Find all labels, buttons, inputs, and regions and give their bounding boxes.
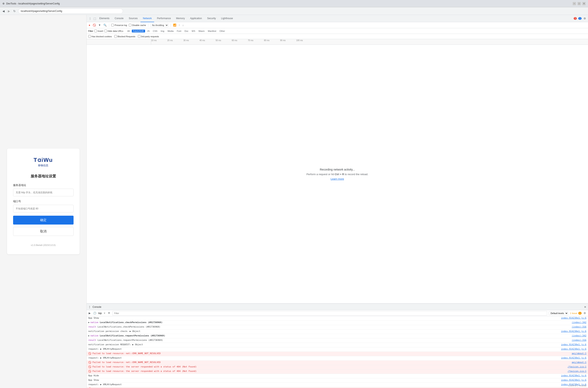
blocked-cookies-label: Has blocked cookies — [92, 35, 112, 38]
hide-data-urls-label: Hide data URLs — [108, 30, 123, 32]
filter-manifest[interactable]: Manifest — [207, 30, 218, 32]
toolbar-separator-2 — [148, 24, 148, 27]
confirm-button[interactable]: 确定 — [13, 216, 73, 224]
wifi-icon[interactable]: 📶 — [173, 23, 177, 27]
disable-cache-input[interactable] — [129, 24, 131, 26]
console-filter-input[interactable] — [113, 311, 547, 315]
cancel-button[interactable]: 取消 — [13, 227, 73, 236]
mark-100ms: 100 ms — [296, 39, 303, 42]
tab-elements[interactable]: Elements — [97, 15, 112, 22]
log-entry-app-hide: App Hide index-914230e1.js:6 — [87, 374, 588, 378]
console-settings-button[interactable]: ⚙ — [583, 311, 586, 315]
blocked-requests-input[interactable] — [114, 35, 117, 38]
devtools-settings-button[interactable]: ⚙ — [583, 17, 586, 20]
log-entry-app-show-1: App Show index-914230e1.js:6 — [87, 316, 588, 321]
blocked-requests-label: Blocked Requests — [118, 35, 135, 38]
port-form-group: 端口号 — [13, 199, 73, 213]
address-bar[interactable]: localhost/#/pages/setting/ServerConfig — [18, 8, 123, 14]
blocked-cookies-input[interactable] — [88, 35, 91, 38]
devtools-inspect-button[interactable]: ⬚ — [93, 17, 96, 21]
filter-js[interactable]: JS — [146, 30, 151, 32]
filter-doc[interactable]: Doc — [183, 30, 190, 32]
log-entry-xhr-request-3: request: ▶ XMLHttpRequest index-914230e1… — [87, 383, 588, 387]
tab-sources[interactable]: Sources — [126, 15, 140, 22]
page-content: TɑiWu 泰物信息 服务器地址设置 服务器地址 端口号 确定 取消 v1.0.… — [0, 15, 87, 388]
timeline-marks: 10 ms 20 ms 30 ms 40 ms 50 ms 60 ms 70 m… — [151, 42, 588, 42]
browser-favicon: ⚙ — [2, 2, 5, 5]
tab-memory[interactable]: Memory — [174, 15, 187, 22]
tab-network[interactable]: Network — [141, 15, 154, 22]
port-label: 端口号 — [13, 199, 73, 203]
tab-lighthouse[interactable]: Lighthouse — [219, 15, 235, 22]
toolbar-separator — [109, 24, 109, 27]
preserve-log-label: Preserve log — [115, 24, 127, 26]
invert-label: Invert — [97, 30, 103, 32]
forward-button[interactable]: ▶ — [7, 9, 11, 14]
filter-css[interactable]: CSS — [152, 30, 159, 32]
log-entry-xhr-request-2: request: ▶ XMLHttpRequest index-914230e1… — [87, 356, 588, 361]
tab-console[interactable]: Console — [112, 15, 126, 22]
preserve-log-checkbox[interactable]: Preserve log — [111, 24, 127, 26]
console-drag-icon[interactable]: ⋮ — [88, 305, 91, 308]
throttle-select[interactable]: No throttling — [150, 23, 168, 27]
blocked-cookies-checkbox[interactable]: Has blocked cookies — [88, 35, 112, 38]
filter-ws[interactable]: WS — [190, 30, 196, 32]
third-party-label: 3rd-party requests — [141, 35, 159, 38]
error-badge: 5 — [574, 17, 577, 20]
log-entry-xhr-request-1: request: ▶ XMLHttpRequest index-914230e1… — [87, 347, 588, 352]
third-party-checkbox[interactable]: 3rd-party requests — [138, 35, 159, 38]
console-run-button[interactable]: ▶ — [88, 311, 91, 315]
disable-cache-checkbox[interactable]: Disable cache — [129, 24, 146, 26]
server-input[interactable] — [13, 189, 73, 196]
info-badge: 1 — [578, 17, 582, 20]
blocked-requests-checkbox[interactable]: Blocked Requests — [114, 35, 135, 38]
tab-performance[interactable]: Performance — [155, 15, 173, 22]
filter-img[interactable]: Img — [159, 30, 165, 32]
devtools-tabs: ⋮ ⬚ Elements Console Sources Network Per… — [87, 15, 588, 22]
third-party-input[interactable] — [138, 35, 141, 38]
address-text: localhost/#/pages/setting/ServerConfig — [21, 10, 62, 13]
record-button[interactable]: ● — [88, 23, 91, 27]
invert-checkbox[interactable]: Invert — [94, 30, 103, 32]
error-icon-1: 🚫 — [88, 352, 91, 355]
filter-all[interactable]: All — [126, 30, 131, 32]
port-input[interactable] — [13, 205, 73, 213]
upload-icon[interactable]: ↑ — [178, 23, 181, 27]
reload-button[interactable]: ↻ — [13, 9, 17, 14]
log-entry-check-permissions-result: result LocalNotifications.checkPermissio… — [87, 325, 588, 330]
issue-badge: 1 Issue: 1 — [570, 312, 582, 315]
console-eye-button[interactable]: 👁 — [107, 311, 111, 315]
console-context-label: top — [98, 312, 102, 315]
clear-button[interactable]: 🚫 — [92, 23, 96, 27]
console-close-button[interactable]: ✕ — [584, 305, 586, 309]
filter-media[interactable]: Media — [166, 30, 175, 32]
console-level-select[interactable]: Default levels — [549, 311, 568, 315]
tab-security[interactable]: Security — [205, 15, 218, 22]
devtools-dock-button[interactable]: ⋮ — [88, 17, 92, 21]
minimize-button[interactable]: ─ — [573, 2, 576, 5]
log-entry-error-4: 🚫 Failed to load resource: the server re… — [87, 369, 588, 374]
back-button[interactable]: ◀ — [2, 9, 5, 14]
issue-count: 1 — [578, 312, 582, 315]
filter-button[interactable]: ▼ — [98, 23, 101, 27]
filter-wasm[interactable]: Wasm — [197, 30, 206, 32]
filter-font[interactable]: Font — [176, 30, 182, 32]
filter-fetch-xhr[interactable]: Fetch/XHR — [132, 30, 145, 32]
hide-data-urls-input[interactable] — [104, 30, 107, 32]
learn-more-link[interactable]: Learn more — [331, 177, 344, 180]
search-button[interactable]: 🔍 — [103, 23, 107, 27]
console-log[interactable]: App Show index-914230e1.js:6 ▶ native Lo… — [87, 316, 588, 388]
preserve-log-input[interactable] — [111, 24, 114, 26]
maximize-button[interactable]: □ — [578, 2, 581, 5]
log-entry-error-2: 🚫 Failed to load resource: net::ERR_NAME… — [87, 361, 588, 365]
app-card: TɑiWu 泰物信息 服务器地址设置 服务器地址 端口号 确定 取消 v1.0.… — [7, 148, 80, 254]
invert-input[interactable] — [94, 30, 97, 32]
close-button[interactable]: ✕ — [582, 2, 586, 5]
hide-data-urls-checkbox[interactable]: Hide data URLs — [104, 30, 123, 32]
network-empty-state: Recording network activity... Perform a … — [87, 45, 588, 303]
download-icon[interactable]: ↓ — [182, 23, 184, 27]
logo-container: TɑiWu 泰物信息 — [34, 157, 53, 167]
console-timer-button[interactable]: 🕐 — [93, 311, 97, 315]
tab-application[interactable]: Application — [188, 15, 204, 22]
filter-other[interactable]: Other — [218, 30, 226, 32]
